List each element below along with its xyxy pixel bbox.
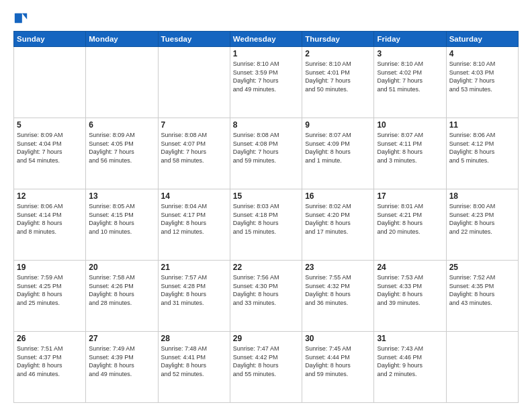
calendar-cell: 28Sunrise: 7:48 AM Sunset: 4:41 PM Dayli… [158,332,230,403]
calendar-cell: 1Sunrise: 8:10 AM Sunset: 3:59 PM Daylig… [230,47,302,118]
cell-info: Sunrise: 8:09 AM Sunset: 4:05 PM Dayligh… [89,131,154,165]
cell-info: Sunrise: 8:10 AM Sunset: 4:02 PM Dayligh… [377,60,443,93]
day-number: 14 [161,191,227,201]
cell-info: Sunrise: 8:03 AM Sunset: 4:18 PM Dayligh… [233,202,299,236]
calendar-cell: 29Sunrise: 7:47 AM Sunset: 4:42 PM Dayli… [230,332,302,403]
cell-info: Sunrise: 8:10 AM Sunset: 4:03 PM Dayligh… [449,60,515,93]
page: SundayMondayTuesdayWednesdayThursdayFrid… [0,0,532,411]
calendar-cell: 13Sunrise: 8:05 AM Sunset: 4:15 PM Dayli… [86,189,158,261]
calendar-header-sunday: Sunday [14,32,86,47]
calendar-cell: 5Sunrise: 8:09 AM Sunset: 4:04 PM Daylig… [14,118,86,189]
cell-info: Sunrise: 7:49 AM Sunset: 4:39 PM Dayligh… [89,345,154,378]
day-number: 6 [89,120,154,130]
cell-info: Sunrise: 8:07 AM Sunset: 4:11 PM Dayligh… [377,131,443,165]
cell-info: Sunrise: 8:09 AM Sunset: 4:04 PM Dayligh… [17,131,83,165]
calendar-cell: 3Sunrise: 8:10 AM Sunset: 4:02 PM Daylig… [374,47,446,118]
day-number: 10 [377,120,443,130]
day-number: 4 [449,49,515,58]
day-number: 5 [17,120,83,130]
day-number: 15 [233,191,299,201]
cell-info: Sunrise: 8:10 AM Sunset: 4:01 PM Dayligh… [305,60,371,93]
day-number: 30 [305,334,371,343]
calendar-header-thursday: Thursday [302,32,374,47]
calendar-header-monday: Monday [86,32,158,47]
cell-info: Sunrise: 7:55 AM Sunset: 4:32 PM Dayligh… [305,273,371,307]
svg-marker-0 [22,13,27,19]
calendar-cell: 17Sunrise: 8:01 AM Sunset: 4:21 PM Dayli… [374,189,446,261]
calendar-cell: 7Sunrise: 8:08 AM Sunset: 4:07 PM Daylig… [158,118,230,189]
week-row-1: 1Sunrise: 8:10 AM Sunset: 3:59 PM Daylig… [14,47,519,118]
calendar-cell: 10Sunrise: 8:07 AM Sunset: 4:11 PM Dayli… [374,118,446,189]
day-number: 23 [305,263,371,272]
week-row-5: 26Sunrise: 7:51 AM Sunset: 4:37 PM Dayli… [14,332,519,403]
day-number: 18 [449,191,515,201]
week-row-4: 19Sunrise: 7:59 AM Sunset: 4:25 PM Dayli… [14,261,519,332]
calendar-cell: 30Sunrise: 7:45 AM Sunset: 4:44 PM Dayli… [302,332,374,403]
day-number: 7 [161,120,227,130]
cell-info: Sunrise: 8:08 AM Sunset: 4:07 PM Dayligh… [161,131,227,165]
calendar-cell: 2Sunrise: 8:10 AM Sunset: 4:01 PM Daylig… [302,47,374,118]
cell-info: Sunrise: 7:51 AM Sunset: 4:37 PM Dayligh… [17,345,83,378]
svg-rect-1 [15,13,22,24]
calendar-cell: 14Sunrise: 8:04 AM Sunset: 4:17 PM Dayli… [158,189,230,261]
calendar-header-friday: Friday [374,32,446,47]
day-number: 21 [161,263,227,272]
calendar-cell: 26Sunrise: 7:51 AM Sunset: 4:37 PM Dayli… [14,332,86,403]
day-number: 3 [377,49,443,58]
calendar-cell: 24Sunrise: 7:53 AM Sunset: 4:33 PM Dayli… [374,261,446,332]
logo-icon [13,11,28,26]
calendar-cell [14,47,86,118]
calendar-cell: 31Sunrise: 7:43 AM Sunset: 4:46 PM Dayli… [374,332,446,403]
day-number: 20 [89,263,154,272]
cell-info: Sunrise: 7:57 AM Sunset: 4:28 PM Dayligh… [161,273,227,307]
day-number: 28 [161,334,227,343]
calendar-header-saturday: Saturday [446,32,518,47]
cell-info: Sunrise: 8:07 AM Sunset: 4:09 PM Dayligh… [305,131,371,165]
cell-info: Sunrise: 7:52 AM Sunset: 4:35 PM Dayligh… [449,273,515,307]
calendar-cell: 23Sunrise: 7:55 AM Sunset: 4:32 PM Dayli… [302,261,374,332]
calendar-cell: 19Sunrise: 7:59 AM Sunset: 4:25 PM Dayli… [14,261,86,332]
cell-info: Sunrise: 8:05 AM Sunset: 4:15 PM Dayligh… [89,202,154,236]
day-number: 19 [17,263,83,272]
day-number: 27 [89,334,154,343]
day-number: 1 [233,49,299,58]
calendar-cell: 11Sunrise: 8:06 AM Sunset: 4:12 PM Dayli… [446,118,518,189]
cell-info: Sunrise: 8:01 AM Sunset: 4:21 PM Dayligh… [377,202,443,236]
cell-info: Sunrise: 8:02 AM Sunset: 4:20 PM Dayligh… [305,202,371,236]
calendar-header-tuesday: Tuesday [158,32,230,47]
cell-info: Sunrise: 8:06 AM Sunset: 4:14 PM Dayligh… [17,202,83,236]
calendar-cell: 20Sunrise: 7:58 AM Sunset: 4:26 PM Dayli… [86,261,158,332]
cell-info: Sunrise: 7:53 AM Sunset: 4:33 PM Dayligh… [377,273,443,307]
day-number: 16 [305,191,371,201]
day-number: 31 [377,334,443,343]
calendar-header-wednesday: Wednesday [230,32,302,47]
day-number: 13 [89,191,154,201]
calendar-cell: 6Sunrise: 8:09 AM Sunset: 4:05 PM Daylig… [86,118,158,189]
calendar-cell: 21Sunrise: 7:57 AM Sunset: 4:28 PM Dayli… [158,261,230,332]
day-number: 12 [17,191,83,201]
day-number: 9 [305,120,371,130]
calendar-cell: 22Sunrise: 7:56 AM Sunset: 4:30 PM Dayli… [230,261,302,332]
day-number: 22 [233,263,299,272]
calendar-cell [158,47,230,118]
calendar-cell: 4Sunrise: 8:10 AM Sunset: 4:03 PM Daylig… [446,47,518,118]
calendar-cell: 18Sunrise: 8:00 AM Sunset: 4:23 PM Dayli… [446,189,518,261]
day-number: 25 [449,263,515,272]
day-number: 29 [233,334,299,343]
cell-info: Sunrise: 7:47 AM Sunset: 4:42 PM Dayligh… [233,345,299,378]
calendar-cell: 25Sunrise: 7:52 AM Sunset: 4:35 PM Dayli… [446,261,518,332]
day-number: 24 [377,263,443,272]
calendar-cell [446,332,518,403]
day-number: 2 [305,49,371,58]
week-row-3: 12Sunrise: 8:06 AM Sunset: 4:14 PM Dayli… [14,189,519,261]
header [13,11,519,26]
day-number: 11 [449,120,515,130]
calendar-table: SundayMondayTuesdayWednesdayThursdayFrid… [13,31,519,403]
cell-info: Sunrise: 8:04 AM Sunset: 4:17 PM Dayligh… [161,202,227,236]
cell-info: Sunrise: 8:06 AM Sunset: 4:12 PM Dayligh… [449,131,515,165]
calendar-cell: 15Sunrise: 8:03 AM Sunset: 4:18 PM Dayli… [230,189,302,261]
calendar-cell: 27Sunrise: 7:49 AM Sunset: 4:39 PM Dayli… [86,332,158,403]
cell-info: Sunrise: 8:08 AM Sunset: 4:08 PM Dayligh… [233,131,299,165]
cell-info: Sunrise: 7:45 AM Sunset: 4:44 PM Dayligh… [305,345,371,378]
cell-info: Sunrise: 7:56 AM Sunset: 4:30 PM Dayligh… [233,273,299,307]
